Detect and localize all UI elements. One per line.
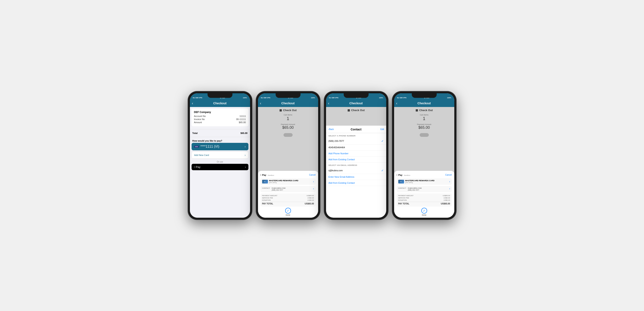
card-chevron-4: › (449, 180, 450, 183)
amount-fee-label-2: SERVICE FEE (262, 197, 273, 199)
amount-payment-label-4: PAYMENT AMOUNT (398, 195, 414, 197)
contact-info-4: RJ@KUBRA.COM (506) 233-7077 (408, 187, 422, 191)
status-left-2: No SIM VPN (261, 97, 270, 99)
status-right-2: 100% (311, 97, 315, 99)
add-card-arrow: › (245, 153, 246, 157)
checkout-icon-row-3: ▩ Check Out (348, 109, 365, 112)
phone-value-1: (506) 233-7077 (328, 140, 344, 142)
sheet-contact-row-4[interactable]: CONTACT RJ@KUBRA.COM (506) 233-7077 › (396, 186, 452, 192)
contact-back-btn[interactable]: ‹ Back (328, 128, 334, 130)
or-use-label: Or use (190, 161, 250, 163)
card-image-4: MC (398, 180, 404, 184)
sheet-contact-row-2[interactable]: CONTACT RJ@KUBRA.COM (506) 233-7077 › (260, 186, 316, 192)
amount-label: Amount (194, 121, 202, 124)
pay-word-4: Pay (398, 174, 402, 176)
phone-2: No SIM VPN 14:30 100% ‹ Checkout ▩ Check… (256, 91, 320, 220)
invoice-value: 00-11111 (236, 118, 246, 120)
apple-pay-button[interactable]:  Pay › (192, 164, 248, 170)
contact-email-2: RJ@KUBRA.COM (272, 187, 285, 189)
phone-item-2[interactable]: 4545455464464 (326, 145, 386, 151)
amount-payment-2: PAYMENT AMOUNT US$65.00 (262, 195, 314, 197)
cart-items-group-4: Cart Items 1 (420, 114, 428, 121)
card-sub-2: (•••• 1471) (269, 182, 298, 184)
notch-3 (344, 93, 368, 98)
done-circle-2: ✓ (285, 208, 291, 214)
account-row: Account No 11111 (194, 115, 246, 117)
amount-value: $65.00 (239, 121, 246, 124)
amount-donation-label-2: DONATION (262, 199, 271, 201)
contact-phone-2: (506) 233-7077 (272, 189, 285, 191)
sheet-card-row-4[interactable]: MC MASTERCARD REWARDS CARD (•••• 1471) › (396, 178, 452, 185)
amount-donation-label-4: DONATION (398, 199, 407, 201)
add-from-contact-email-btn[interactable]: Add from Existing Contact (326, 180, 386, 186)
amount-total-value-2: US$65.00 (305, 203, 314, 205)
card-name-2: MASTERCARD REWARDS CARD (269, 180, 298, 182)
payment-amount-value-4: $65.00 (417, 125, 431, 130)
content-1: DEF Company Account No 11111 Invoice No … (190, 107, 250, 218)
sheet-card-row-2[interactable]: MC MASTERCARD REWARDS CARD (•••• 1471) › (260, 178, 316, 185)
nav-title-4: Checkout (418, 102, 431, 105)
checkout-icon-row-4: ▩ Check Out (416, 109, 433, 112)
add-card-option[interactable]: Add New Card › (192, 152, 248, 159)
sheet-amounts-2: PAYMENT AMOUNT US$65.00 SERVICE FEE US$0… (260, 193, 316, 207)
enter-new-email-btn[interactable]: Enter New Email Address (326, 174, 386, 180)
checkout-title-2: Check Out (283, 109, 296, 112)
phone-item-1[interactable]: (506) 233-7077 ✓ (326, 138, 386, 145)
status-right-3: 100% (379, 97, 383, 99)
done-button-4[interactable]: ✓ Done (396, 208, 452, 216)
add-phone-number-btn[interactable]: Add Phone Number (326, 151, 386, 157)
contact-label-2: CONTACT (262, 187, 270, 189)
done-label-4: Done (422, 214, 426, 216)
amount-payment-4: PAYMENT AMOUNT US$65.00 (398, 195, 450, 197)
sheet-header-2:  Pay Sandbox Cancel (260, 173, 316, 177)
phone-value-2: 4545455464464 (328, 146, 345, 149)
nav-title-2: Checkout (282, 102, 295, 105)
add-from-contact-phone-btn[interactable]: Add from Existing Contact (326, 157, 386, 163)
divider-2 (190, 137, 250, 137)
sheet-amounts-4: PAYMENT AMOUNT US$65.00 SERVICE FEE US$0… (396, 193, 452, 207)
apple-logo-4:  (396, 174, 398, 176)
amount-fee-2: SERVICE FEE US$0.00 (262, 197, 314, 199)
phone-4: No SIM VPN 14:30 100% ‹ Checkout ▩ Check… (392, 91, 456, 220)
status-left-3: No SIM VPN (329, 97, 338, 99)
total-row: Total $65.00 (190, 131, 250, 136)
done-button-2[interactable]: ✓ Done (260, 208, 316, 216)
sandbox-badge-2: Sandbox (268, 174, 274, 176)
account-label: Account No (194, 115, 206, 117)
apple-pay-arrow: › (245, 165, 246, 169)
email-item-1[interactable]: rj@kubra.com ✓ (326, 167, 386, 174)
contact-label-4: CONTACT (398, 187, 406, 189)
pay-method-label: How would you like to pay? (190, 138, 250, 143)
notch-4 (412, 93, 437, 98)
cart-items-value-4: 1 (420, 116, 428, 121)
cancel-button-4[interactable]: Cancel (445, 174, 452, 176)
cart-items-label: Cart Items (284, 114, 292, 116)
amount-fee-label-4: SERVICE FEE (398, 197, 409, 199)
status-left-1: No SIM VPN (193, 97, 202, 99)
payment-amount-value: $65.00 (281, 125, 295, 130)
payment-amount-label: Payment Amount (281, 123, 295, 125)
contact-edit-btn[interactable]: Edit (380, 128, 384, 130)
amount-donation-2: DONATION US$0.00 (262, 199, 314, 201)
card-sub-4: (•••• 1471) (405, 182, 434, 184)
card-option[interactable]: VISA ****1111 (VI) › (192, 143, 248, 150)
cancel-button-2[interactable]: Cancel (309, 174, 316, 176)
apple-pay-sheet-2:  Pay Sandbox Cancel MC MASTERCARD REWAR… (258, 171, 318, 218)
status-right-4: 100% (447, 97, 451, 99)
contact-chevron-2: › (313, 187, 314, 190)
back-button-1[interactable]: ‹ (192, 101, 193, 105)
back-button-4[interactable]: ‹ (396, 101, 398, 105)
nav-header-1: ‹ Checkout (190, 99, 250, 107)
phone-section-header: SELECT A PHONE NUMBER (326, 133, 386, 138)
amount-total-label-4: PAY TOTAL (398, 203, 410, 205)
back-button-2[interactable]: ‹ (260, 101, 261, 105)
amount-payment-label-2: PAYMENT AMOUNT (262, 195, 278, 197)
apple-pay-logo-2:  Pay Sandbox (260, 173, 274, 177)
back-button-3[interactable]: ‹ (328, 101, 329, 105)
checkout-overlay-2: ▩ Check Out Cart Items 1 Payment Amount … (258, 107, 318, 218)
sheet-header-4:  Pay Sandbox Cancel (396, 173, 452, 177)
amount-total-4: PAY TOTAL US$65.00 (398, 202, 450, 205)
back-chevron-icon: ‹ (328, 128, 329, 130)
apple-logo-2:  (260, 174, 261, 176)
amount-fee-value-4: US$0.00 (444, 197, 450, 199)
